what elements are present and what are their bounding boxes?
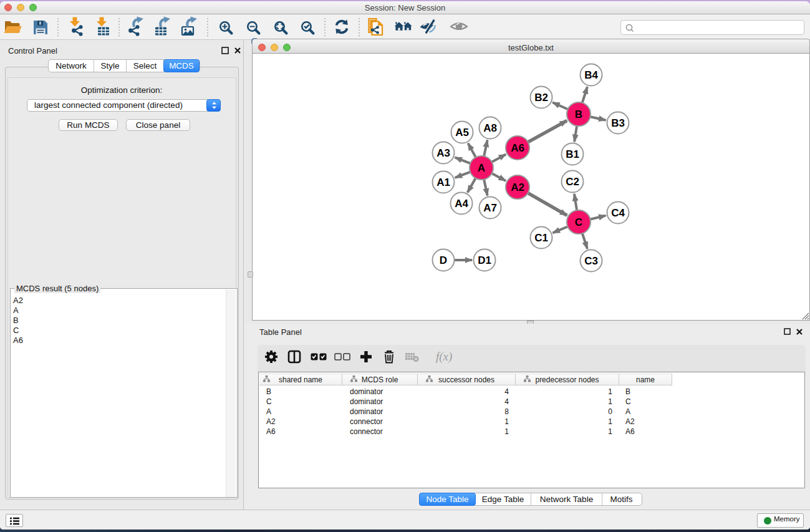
svg-text:B3: B3 — [611, 117, 625, 129]
svg-text:C1: C1 — [534, 232, 548, 244]
svg-text:A3: A3 — [436, 147, 450, 159]
svg-text:D1: D1 — [478, 254, 491, 266]
svg-text:f(x): f(x) — [436, 350, 452, 364]
svg-text:A5: A5 — [455, 127, 469, 138]
svg-text:A4: A4 — [455, 198, 468, 210]
svg-text:C3: C3 — [584, 255, 598, 267]
svg-text:A: A — [478, 162, 485, 174]
svg-text:A8: A8 — [483, 122, 497, 134]
svg-text:B1: B1 — [566, 148, 579, 160]
svg-text:A2: A2 — [511, 181, 524, 193]
svg-text:C2: C2 — [566, 176, 579, 188]
svg-text:A1: A1 — [436, 177, 450, 188]
svg-text:B: B — [575, 109, 582, 120]
svg-text:D: D — [440, 254, 447, 266]
svg-text:B4: B4 — [584, 69, 598, 81]
svg-text:C: C — [575, 216, 582, 228]
svg-text:B2: B2 — [534, 92, 548, 104]
svg-text:C4: C4 — [611, 207, 625, 219]
svg-text:A7: A7 — [483, 202, 497, 214]
svg-text:A6: A6 — [511, 142, 524, 154]
